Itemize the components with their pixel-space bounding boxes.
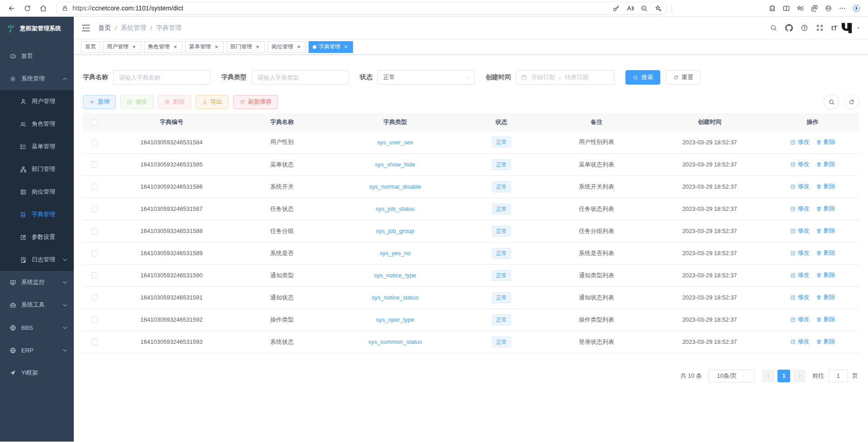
tab-role-mgmt[interactable]: 角色管理× [144, 41, 182, 53]
row-delete-button[interactable]: 删除 [816, 182, 835, 190]
back-button[interactable] [5, 2, 19, 15]
refresh-table-button[interactable] [844, 94, 859, 109]
font-size-icon[interactable]: tT [831, 25, 837, 31]
delete-button[interactable]: 删除 [158, 95, 191, 109]
sidebar-item-erp[interactable]: ERP [0, 339, 74, 361]
sidebar-toggle-icon[interactable] [81, 23, 91, 33]
row-delete-button[interactable]: 删除 [816, 337, 835, 346]
zoom-out-button[interactable] [637, 2, 651, 15]
sidebar-item-dept-mgmt[interactable]: 部门管理 [0, 158, 74, 181]
row-edit-button[interactable]: 修改 [790, 293, 810, 301]
github-icon[interactable] [785, 24, 793, 32]
sidebar-item-yi-framework[interactable]: Yi框架 [0, 361, 74, 384]
row-checkbox[interactable] [91, 317, 98, 323]
row-edit-button[interactable]: 修改 [790, 337, 810, 346]
tab-close-icon[interactable]: × [343, 44, 349, 50]
row-delete-button[interactable]: 删除 [816, 315, 835, 323]
sidebar-item-log-mgmt[interactable]: 日志管理 [0, 248, 74, 271]
key-button[interactable] [609, 2, 623, 15]
profile-button[interactable] [821, 2, 835, 15]
row-edit-button[interactable]: 修改 [790, 138, 810, 146]
export-button[interactable]: 导出 [196, 95, 229, 109]
sidebar-item-user-mgmt[interactable]: 用户管理 [0, 90, 74, 113]
sidebar-item-system-mgmt[interactable]: 系统管理 [0, 67, 74, 90]
sidebar-item-bbs[interactable]: BBS [0, 316, 74, 339]
extensions-button[interactable] [765, 2, 779, 15]
row-delete-button[interactable]: 删除 [816, 204, 835, 213]
row-checkbox[interactable] [91, 339, 98, 345]
dict-type-link[interactable]: sys_yes_no [380, 250, 411, 257]
split-screen-button[interactable] [779, 2, 793, 15]
favorites-bar-button[interactable] [793, 2, 807, 15]
row-checkbox[interactable] [91, 139, 98, 146]
dict-type-link[interactable]: sys_common_status [368, 338, 422, 345]
read-aloud-button[interactable] [623, 2, 637, 15]
sidebar-item-param-settings[interactable]: 参数设置 [0, 226, 74, 248]
tab-user-mgmt[interactable]: 用户管理× [103, 41, 141, 53]
row-edit-button[interactable]: 修改 [790, 315, 810, 323]
reset-button[interactable]: 重置 [666, 70, 701, 85]
toggle-search-button[interactable] [824, 94, 839, 109]
row-edit-button[interactable]: 修改 [790, 227, 810, 235]
row-edit-button[interactable]: 修改 [790, 204, 810, 213]
search-button[interactable]: 搜索 [625, 70, 660, 85]
edit-button[interactable]: 修改 [120, 95, 153, 109]
row-edit-button[interactable]: 修改 [790, 182, 810, 190]
prev-page-button[interactable] [762, 370, 775, 382]
tab-close-icon[interactable]: × [172, 44, 178, 50]
row-checkbox[interactable] [91, 162, 98, 168]
sidebar-item-system-monitor[interactable]: 系统监控 [0, 271, 74, 294]
status-select[interactable]: 正常 [377, 70, 475, 85]
copilot-button[interactable] [849, 2, 863, 15]
more-button[interactable] [835, 2, 849, 15]
breadcrumb-item[interactable]: 系统管理 [121, 24, 146, 32]
sidebar-item-home[interactable]: 首页 [0, 45, 74, 67]
dict-type-input[interactable] [252, 70, 349, 85]
page-size-select[interactable]: 10条/页 [708, 370, 754, 382]
sidebar-item-post-mgmt[interactable]: 岗位管理 [0, 181, 74, 203]
add-button[interactable]: 新增 [83, 95, 116, 109]
row-checkbox[interactable] [91, 184, 98, 190]
dict-type-link[interactable]: sys_oper_type [376, 316, 415, 323]
fullscreen-icon[interactable] [816, 24, 824, 32]
row-edit-button[interactable]: 修改 [790, 249, 810, 257]
dict-type-link[interactable]: sys_user_sex [377, 139, 413, 146]
address-bar[interactable]: https://ccnetcore.com:1101/system/dict [56, 2, 668, 14]
sidebar-item-menu-mgmt[interactable]: 菜单管理 [0, 135, 74, 158]
row-delete-button[interactable]: 删除 [816, 160, 835, 168]
tab-dept-mgmt[interactable]: 部门管理× [226, 41, 265, 53]
row-checkbox[interactable] [91, 295, 98, 301]
tab-menu-mgmt[interactable]: 菜单管理× [185, 41, 224, 53]
dict-name-input[interactable] [113, 70, 210, 85]
row-checkbox[interactable] [91, 206, 98, 212]
sidebar-item-system-tools[interactable]: 系统工具 [0, 294, 74, 316]
row-checkbox[interactable] [91, 228, 98, 234]
row-delete-button[interactable]: 删除 [816, 271, 835, 279]
refresh-button[interactable] [20, 2, 34, 15]
row-delete-button[interactable]: 删除 [816, 249, 835, 257]
refresh-cache-button[interactable]: 刷新缓存 [233, 95, 278, 109]
row-delete-button[interactable]: 删除 [816, 227, 835, 235]
tab-dict-mgmt[interactable]: 字典管理× [309, 41, 353, 53]
row-edit-button[interactable]: 修改 [790, 271, 810, 279]
dict-type-link[interactable]: sys_show_hide [375, 161, 415, 168]
sidebar-item-dict-mgmt[interactable]: 字典管理 [0, 203, 74, 226]
row-checkbox[interactable] [91, 272, 98, 279]
tab-close-icon[interactable]: × [296, 44, 302, 50]
select-all-checkbox[interactable] [91, 119, 98, 126]
breadcrumb-item[interactable]: 首页 [98, 24, 111, 32]
home-button[interactable] [36, 2, 50, 15]
lock-icon[interactable] [62, 5, 68, 12]
row-delete-button[interactable]: 删除 [816, 138, 835, 146]
tab-post-mgmt[interactable]: 岗位管理× [267, 41, 306, 53]
next-page-button[interactable] [793, 370, 806, 382]
sidebar-item-role-mgmt[interactable]: 角色管理 [0, 113, 74, 135]
search-icon[interactable] [770, 24, 777, 32]
tab-close-icon[interactable]: × [131, 44, 137, 50]
tab-close-icon[interactable]: × [213, 44, 219, 50]
row-checkbox[interactable] [91, 250, 98, 257]
tab-home[interactable]: 首页 [81, 41, 100, 53]
help-icon[interactable] [801, 24, 808, 32]
user-avatar[interactable] [840, 21, 861, 35]
goto-page-input[interactable] [828, 370, 848, 382]
